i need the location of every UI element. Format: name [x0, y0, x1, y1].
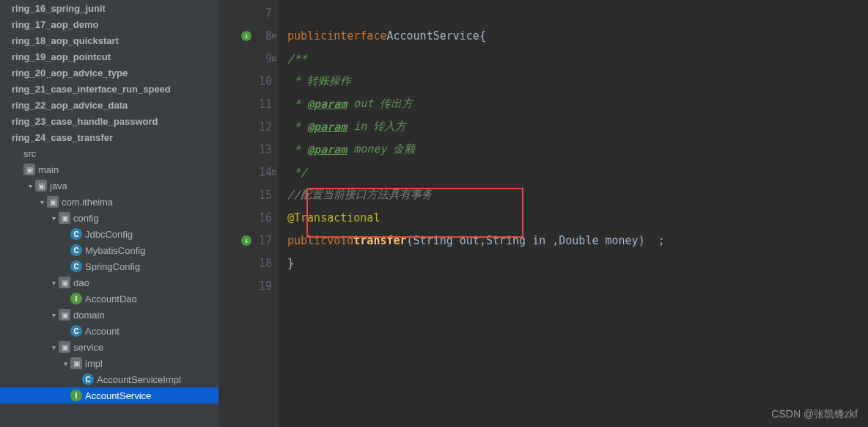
code-area[interactable]: public interface AccountService { /** * … — [279, 0, 868, 427]
tree-item-Account[interactable]: Account — [0, 323, 218, 339]
gutter-line[interactable]: 11 — [218, 92, 278, 115]
tree-item-label: src — [23, 148, 36, 159]
pkg-icon — [70, 357, 82, 369]
gutter-line[interactable]: 18 — [218, 252, 278, 274]
tree-item-ring_20_aop_advice_type[interactable]: ring_20_aop_advice_type — [0, 65, 218, 81]
gutter-line[interactable]: 8⊟ — [218, 24, 278, 47]
tree-item-AccountDao[interactable]: AccountDao — [0, 291, 218, 307]
gutter-line[interactable]: 7 — [218, 1, 278, 24]
tree-item-label: ring_18_aop_quickstart — [12, 35, 119, 46]
tree-item-label: impl — [85, 358, 103, 369]
tree-item-ring_22_aop_advice_data[interactable]: ring_22_aop_advice_data — [0, 97, 218, 113]
tree-item-ring_18_aop_quickstart[interactable]: ring_18_aop_quickstart — [0, 32, 218, 48]
tree-item-label: ring_22_aop_advice_data — [12, 100, 128, 111]
tree-item-label: config — [73, 213, 99, 224]
override-down-icon[interactable] — [241, 31, 251, 41]
tree-item-domain[interactable]: domain — [0, 307, 218, 323]
tree-item-ring_19_aop_pointcut[interactable]: ring_19_aop_pointcut — [0, 48, 218, 65]
tree-item-label: AccountDao — [85, 293, 137, 304]
method-name: transfer — [353, 234, 406, 247]
tree-item-ring_21_case_interface_run_speed[interactable]: ring_21_case_interface_run_speed — [0, 81, 218, 97]
pkg-icon — [59, 309, 70, 321]
tree-item-MybatisConfig[interactable]: MybatisConfig — [0, 242, 218, 258]
tree-item-label: Account — [85, 326, 119, 337]
tree-item-impl[interactable]: impl — [0, 355, 218, 371]
javadoc: * 转账操作 — [287, 74, 351, 88]
tree-item-ring_23_case_handle_password[interactable]: ring_23_case_handle_password — [0, 113, 218, 129]
expand-arrow-icon[interactable] — [37, 198, 47, 206]
tree-item-label: AccountService — [85, 390, 151, 401]
expand-arrow-icon[interactable] — [60, 360, 70, 368]
expand-arrow-icon[interactable] — [48, 214, 59, 222]
tree-item-AccountServiceImpl[interactable]: AccountServiceImpl — [0, 371, 218, 387]
tree-item-label: ring_23_case_handle_password — [12, 116, 158, 127]
brace: } — [287, 257, 294, 270]
tree-item-src[interactable]: src — [0, 145, 218, 161]
project-tree[interactable]: ring_16_spring_junitring_17_aop_demoring… — [0, 0, 218, 427]
expand-arrow-icon[interactable] — [48, 279, 59, 287]
int-icon — [70, 390, 82, 401]
tree-item-label: ring_19_aop_pointcut — [12, 51, 111, 62]
tree-item-label: ring_20_aop_advice_type — [12, 67, 128, 79]
expand-arrow-icon[interactable] — [48, 311, 59, 319]
keyword: void — [327, 234, 353, 247]
tree-item-label: ring_21_case_interface_run_speed — [12, 84, 171, 95]
pkg-icon — [47, 196, 59, 208]
tree-item-label: dao — [73, 277, 89, 288]
tree-item-service[interactable]: service — [0, 339, 218, 355]
gutter-line[interactable]: 19 — [218, 274, 278, 297]
expand-arrow-icon[interactable] — [25, 182, 35, 190]
expand-arrow-icon[interactable] — [48, 343, 59, 351]
tree-item-ring_16_spring_junit[interactable]: ring_16_spring_junit — [0, 0, 218, 16]
brace: { — [479, 29, 486, 43]
javadoc: money 金额 — [347, 142, 415, 156]
gutter-line[interactable]: 17 — [218, 229, 278, 252]
int-icon — [70, 293, 82, 304]
javadoc-tag: @param — [307, 143, 347, 156]
tree-item-label: com.itheima — [62, 197, 113, 208]
tree-item-label: MybatisConfig — [85, 245, 145, 256]
cls-icon — [70, 228, 82, 240]
pkg-icon — [59, 277, 70, 288]
tree-item-com.itheima[interactable]: com.itheima — [0, 194, 218, 210]
tree-item-config[interactable]: config — [0, 210, 218, 226]
gutter-line[interactable]: 15 — [218, 183, 278, 206]
gutter-line[interactable]: 9⊟ — [218, 47, 278, 70]
gutter-line[interactable]: 16 — [218, 206, 278, 229]
tree-item-SpringConfig[interactable]: SpringConfig — [0, 258, 218, 274]
pkg-icon — [59, 341, 70, 353]
tree-item-label: domain — [73, 310, 105, 321]
tree-item-ring_17_aop_demo[interactable]: ring_17_aop_demo — [0, 16, 218, 32]
keyword: public — [287, 29, 327, 43]
javadoc: * — [287, 143, 307, 156]
folder-icon — [35, 180, 47, 191]
tree-item-label: java — [50, 180, 67, 191]
tree-item-label: main — [38, 164, 59, 175]
tree-item-label: AccountServiceImpl — [97, 374, 181, 385]
cls-icon — [70, 244, 82, 256]
tree-item-dao[interactable]: dao — [0, 274, 218, 291]
tree-item-main[interactable]: main — [0, 161, 218, 178]
tree-item-AccountService[interactable]: AccountService — [0, 387, 218, 404]
cls-icon — [82, 373, 94, 385]
tree-item-ring_24_case_transfer[interactable]: ring_24_case_transfer — [0, 129, 218, 145]
javadoc: * — [287, 120, 307, 134]
pkg-icon — [59, 212, 70, 224]
type-name: AccountService — [386, 29, 479, 43]
folder-icon — [23, 164, 35, 175]
keyword: public — [287, 234, 327, 247]
tree-item-label: service — [73, 342, 103, 353]
tree-item-java[interactable]: java — [0, 178, 218, 194]
method-signature: (String out,String in ,Double money) ; — [407, 234, 665, 247]
tree-item-label: ring_16_spring_junit — [12, 3, 106, 14]
gutter-line[interactable]: 14⊟ — [218, 161, 278, 183]
tree-item-JdbcConfig[interactable]: JdbcConfig — [0, 226, 218, 242]
tree-item-label: JdbcConfig — [85, 229, 133, 240]
line-comment: //配置当前接口方法具有事务 — [287, 188, 433, 202]
override-down-icon[interactable] — [241, 236, 251, 246]
code-editor[interactable]: 78⊟9⊟1011121314⊟1516171819 public interf… — [218, 0, 868, 427]
javadoc: out 传出方 — [347, 97, 413, 111]
gutter-line[interactable]: 10 — [218, 70, 278, 92]
gutter-line[interactable]: 13 — [218, 138, 278, 161]
gutter-line[interactable]: 12 — [218, 115, 278, 138]
